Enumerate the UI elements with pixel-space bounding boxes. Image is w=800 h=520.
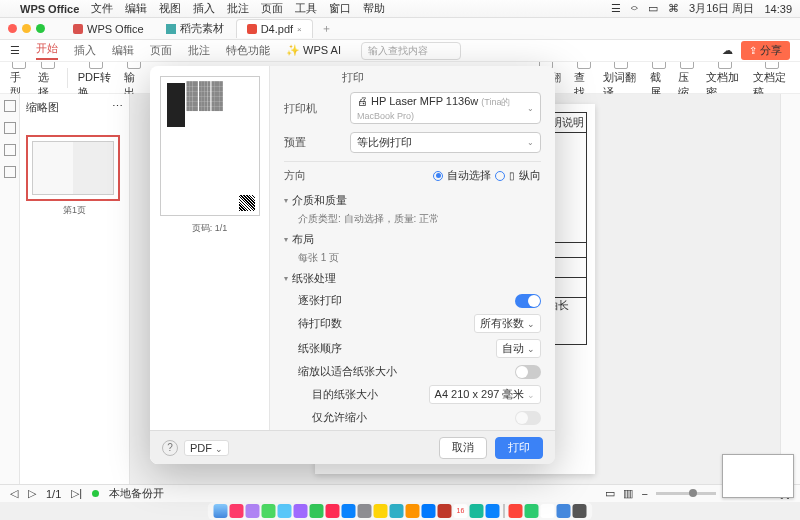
close-window-button[interactable] — [8, 24, 17, 33]
ribbon-menu-button[interactable]: ☰ — [10, 44, 20, 57]
tab-wps-home[interactable]: WPS Office — [63, 20, 154, 38]
dock-app-1[interactable] — [230, 504, 244, 518]
control-center-icon[interactable]: ⌘ — [668, 2, 679, 15]
dock-finder[interactable] — [214, 504, 228, 518]
menu-window[interactable]: 窗口 — [329, 1, 351, 16]
menu-help[interactable]: 帮助 — [363, 1, 385, 16]
sheets-select[interactable]: 所有张数 ⌄ — [474, 314, 541, 333]
dock-app-8[interactable] — [438, 504, 452, 518]
tray-icon[interactable]: ☰ — [611, 2, 621, 15]
tab-docer[interactable]: 稻壳素材 — [156, 18, 234, 39]
menu-page[interactable]: 页面 — [261, 1, 283, 16]
zoom-out-status[interactable]: − — [641, 488, 647, 500]
menu-annotate[interactable]: 批注 — [227, 1, 249, 16]
menu-edit[interactable]: 编辑 — [125, 1, 147, 16]
orientation-auto-radio[interactable]: 自动选择 — [433, 168, 491, 183]
wifi-icon[interactable]: ⌔ — [631, 3, 638, 15]
dock-app-5[interactable] — [390, 504, 404, 518]
new-tab-button[interactable]: ＋ — [321, 21, 332, 36]
zoom-window-button[interactable] — [36, 24, 45, 33]
right-rail — [780, 94, 800, 484]
status-bar: ◁ ▷ 1/1 ▷| 本地备份开 ▭ ▥ − ＋ 110% ⛶ — [0, 484, 800, 502]
order-select[interactable]: 自动 ⌄ — [496, 339, 541, 358]
ribbon-search-input[interactable]: 输入查找内容 — [361, 42, 461, 60]
menu-insert[interactable]: 插入 — [193, 1, 215, 16]
dock-app-4[interactable] — [278, 504, 292, 518]
cancel-button[interactable]: 取消 — [439, 437, 487, 459]
view-mode2-icon[interactable]: ▥ — [623, 487, 633, 500]
dock-wps[interactable] — [509, 504, 523, 518]
section-layout[interactable]: 布局 每张 1 页 — [284, 232, 541, 265]
dock-appstore[interactable] — [342, 504, 356, 518]
dest-size-label: 目的纸张大小 — [312, 387, 378, 402]
dock-app-12[interactable] — [557, 504, 571, 518]
dock-wechat[interactable] — [525, 504, 539, 518]
thumbnail-caption: 第1页 — [26, 204, 123, 217]
order-label: 纸张顺序 — [298, 341, 342, 356]
menu-tools[interactable]: 工具 — [295, 1, 317, 16]
ribbon-tab-special[interactable]: 特色功能 — [226, 43, 270, 58]
dock-settings[interactable] — [358, 504, 372, 518]
section-media[interactable]: 介质和质量 介质类型: 自动选择，质量: 正常 — [284, 193, 541, 226]
dock-app-3[interactable] — [262, 504, 276, 518]
rail-thumbnail-icon[interactable] — [4, 122, 16, 134]
ribbon-tab-start[interactable]: 开始 — [36, 41, 58, 60]
collate-label: 逐张打印 — [298, 293, 342, 308]
thumb-settings-icon[interactable]: ⋯ — [112, 100, 123, 115]
printer-select[interactable]: 🖨 HP Laser MFP 1136w (Tina的MacBook Pro)⌄ — [350, 92, 541, 124]
status-jump-icon[interactable]: ▷| — [71, 487, 82, 500]
section-paper-handling[interactable]: 纸张处理 逐张打印 待打印数所有张数 ⌄ 纸张顺序自动 ⌄ 缩放以适合纸张大小 … — [284, 271, 541, 428]
zoom-slider[interactable] — [656, 492, 716, 495]
menu-file[interactable]: 文件 — [91, 1, 113, 16]
dock-calendar[interactable]: 16 — [454, 504, 468, 518]
tab-d4-pdf[interactable]: D4.pdf × — [236, 19, 313, 38]
tab-close-icon[interactable]: × — [297, 25, 302, 34]
printer-label: 打印机 — [284, 101, 344, 116]
rail-bookmark-icon[interactable] — [4, 100, 16, 112]
pdf-dropdown[interactable]: PDF ⌄ — [184, 440, 229, 456]
status-next-icon[interactable]: ▷ — [28, 487, 36, 500]
battery-icon[interactable]: ▭ — [648, 2, 658, 15]
screen-mirror-thumbnail[interactable] — [722, 454, 794, 498]
ribbon-tab-annotate[interactable]: 批注 — [188, 43, 210, 58]
print-dialog: 打印 ████ ████ ████████ ████ ████████ ████… — [150, 66, 555, 464]
ribbon-tab-edit[interactable]: 编辑 — [112, 43, 134, 58]
dock-app-7[interactable] — [422, 504, 436, 518]
dock-folder[interactable] — [374, 504, 388, 518]
minimize-window-button[interactable] — [22, 24, 31, 33]
scale-fit-toggle[interactable] — [515, 365, 541, 379]
scale-fit-label: 缩放以适合纸张大小 — [298, 364, 397, 379]
view-mode-icon[interactable]: ▭ — [605, 487, 615, 500]
share-button[interactable]: ⇪ 分享 — [741, 41, 790, 60]
menu-view[interactable]: 视图 — [159, 1, 181, 16]
dock-app-10[interactable] — [486, 504, 500, 518]
ribbon-tab-insert[interactable]: 插入 — [74, 43, 96, 58]
dock-app-11[interactable] — [541, 504, 555, 518]
dock-trash[interactable] — [573, 504, 587, 518]
dock-app-2[interactable] — [246, 504, 260, 518]
rail-more-icon[interactable] — [4, 166, 16, 178]
dock-music[interactable] — [326, 504, 340, 518]
menubar-time[interactable]: 14:39 — [764, 3, 792, 15]
preview-page-number: 页码: 1/1 — [192, 222, 228, 235]
print-button[interactable]: 打印 — [495, 437, 543, 459]
status-page[interactable]: 1/1 — [46, 488, 61, 500]
cloud-icon[interactable]: ☁ — [722, 44, 733, 57]
dock-facetime[interactable] — [310, 504, 324, 518]
only-shrink-label: 仅允许缩小 — [312, 410, 367, 425]
ribbon-wps-ai[interactable]: ✨ WPS AI — [286, 44, 341, 57]
page-thumbnail-1[interactable] — [26, 135, 120, 201]
status-prev-icon[interactable]: ◁ — [10, 487, 18, 500]
menubar-date[interactable]: 3月16日 周日 — [689, 1, 754, 16]
app-name[interactable]: WPS Office — [20, 3, 79, 15]
rail-attachment-icon[interactable] — [4, 144, 16, 156]
thumbnail-title: 缩略图 — [26, 100, 59, 115]
help-button[interactable]: ? — [162, 440, 178, 456]
ribbon-tab-page[interactable]: 页面 — [150, 43, 172, 58]
dock-app-6[interactable] — [406, 504, 420, 518]
collate-toggle[interactable] — [515, 294, 541, 308]
dock-podcasts[interactable] — [294, 504, 308, 518]
orientation-portrait-radio[interactable]: ▯ 纵向 — [495, 168, 541, 183]
dock-app-9[interactable] — [470, 504, 484, 518]
preset-select[interactable]: 等比例打印⌄ — [350, 132, 541, 153]
